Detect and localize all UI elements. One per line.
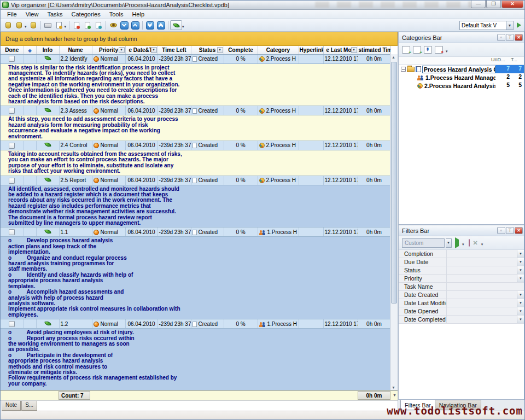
col-due-date[interactable]: e Date&Ti▼: [125, 46, 158, 54]
delete-task-button[interactable]: [93, 20, 104, 31]
minimize-button[interactable]: —: [471, 1, 486, 8]
move-up-button[interactable]: [130, 20, 141, 31]
filter-value[interactable]: [447, 258, 517, 266]
task-view-dropdown[interactable]: ▼: [506, 21, 514, 30]
add-subcategory-button[interactable]: +: [413, 46, 421, 54]
filter-preset-combo[interactable]: Custom: [402, 238, 445, 248]
tab-subtasks[interactable]: S...: [21, 401, 37, 411]
menu-tools[interactable]: Tools: [105, 10, 128, 18]
open-database-button[interactable]: [14, 20, 25, 31]
task-description[interactable]: This step is similar to the risk identif…: [1, 63, 390, 106]
task-row[interactable]: 2.5 Report Normal 06.04.2010 -239d 23h 3…: [1, 176, 390, 185]
move-down-button[interactable]: [119, 20, 130, 31]
apply-filter-button[interactable]: [455, 240, 459, 246]
col-complete[interactable]: Complete: [224, 46, 258, 54]
col-last-modified[interactable]: e Last Mod▼: [323, 46, 358, 54]
done-checkbox[interactable]: [9, 321, 15, 327]
edit-task-button[interactable]: [82, 20, 93, 31]
categories-overflow-dropdown[interactable]: ▾: [446, 49, 448, 54]
col-flag[interactable]: ◆: [24, 46, 36, 54]
close-button[interactable]: ✕: [501, 1, 523, 8]
new-database-button[interactable]: [3, 20, 14, 31]
maximize-button[interactable]: ❐: [486, 1, 501, 8]
scroll-down-arrow[interactable]: ▼: [393, 393, 396, 397]
filter-value[interactable]: [447, 275, 517, 282]
edit-category-button[interactable]: ✎: [424, 46, 432, 54]
filter-value[interactable]: [447, 283, 524, 290]
task-view-value[interactable]: Default Task V: [459, 21, 506, 30]
menu-view[interactable]: View: [21, 10, 43, 18]
task-row[interactable]: 1.1 Normal 06.04.2010 -239d 23h 37m Crea…: [1, 228, 390, 237]
task-description[interactable]: Taking into account results obtained fro…: [1, 150, 390, 176]
done-checkbox[interactable]: [9, 143, 15, 149]
panel-close-button[interactable]: ✕: [515, 34, 523, 41]
category-tree-item[interactable]: Process Hazard Analysis Chec 7 7: [399, 65, 524, 73]
filter-value[interactable]: [447, 299, 517, 307]
task-description[interactable]: At this step, you need to add assessment…: [1, 115, 390, 141]
panel-pin-button[interactable]: ⊤: [506, 227, 514, 234]
filter-value[interactable]: [447, 316, 517, 323]
task-row[interactable]: 2.3 Assess Normal 06.04.2010 -239d 23h 3…: [1, 106, 390, 115]
panel-pin-button[interactable]: ⊤: [506, 34, 514, 41]
total-column-header[interactable]: T...: [511, 57, 524, 65]
task-row[interactable]: 1.2 Normal 06.04.2010 -239d 23h 37m Crea…: [1, 319, 390, 329]
category-tree-item[interactable]: 1.Process Hazard Managemen 2 2: [399, 73, 524, 81]
print-preview-button[interactable]: [54, 20, 65, 31]
menu-tasks[interactable]: Tasks: [43, 10, 67, 18]
col-time-left[interactable]: Time Left: [158, 46, 191, 54]
filter-dropdown-button[interactable]: ▼: [517, 266, 524, 274]
filter-dropdown-button[interactable]: ▼: [517, 307, 524, 315]
filter-value[interactable]: [447, 307, 517, 315]
priority-filter-button[interactable]: ▼: [119, 47, 125, 53]
scrollbar-thumb[interactable]: [391, 62, 397, 304]
delete-category-button[interactable]: x: [435, 46, 443, 54]
filter-dropdown-button[interactable]: ▼: [517, 291, 524, 299]
scroll-down-arrow[interactable]: ▼: [392, 386, 395, 389]
col-name[interactable]: Name: [59, 46, 92, 54]
menu-categories[interactable]: Categories: [67, 10, 105, 18]
modified-filter-button[interactable]: ▼: [351, 47, 357, 53]
tab-note[interactable]: Note: [2, 401, 21, 411]
task-row[interactable]: 2.2 Identify Normal 06.04.2010 -239d 23h…: [1, 54, 390, 63]
filter-preset-dropdown[interactable]: ▼: [446, 238, 452, 248]
undone-column-header[interactable]: UnD...: [491, 57, 511, 65]
filter-value[interactable]: [447, 291, 517, 299]
filter-dropdown-button[interactable]: ▼: [517, 250, 524, 258]
menu-help[interactable]: Help: [127, 10, 149, 18]
col-status[interactable]: Status▼: [191, 46, 224, 54]
col-done[interactable]: Done: [1, 46, 24, 54]
add-category-button[interactable]: +: [402, 46, 410, 54]
panel-restore-button[interactable]: ▫: [497, 227, 505, 234]
due-date-filter-button[interactable]: ▼: [151, 47, 157, 53]
expand-all-button[interactable]: [144, 20, 155, 31]
panel-close-button[interactable]: ✕: [515, 227, 523, 234]
vertical-scrollbar[interactable]: ▲ ▼: [390, 54, 398, 390]
filter-dropdown-button[interactable]: ▼: [517, 299, 524, 307]
col-estimated[interactable]: stimated Tim: [358, 46, 390, 54]
toolbar-overflow-dropdown[interactable]: ▾: [182, 25, 184, 29]
category-label-selected[interactable]: Process Hazard Analysis Chec: [422, 66, 495, 73]
task-row[interactable]: 2.4 Control Normal 06.04.2010 -239d 23h …: [1, 141, 390, 150]
group-by-bar[interactable]: Drag a column header here to group by th…: [1, 32, 398, 46]
print-overflow-dropdown[interactable]: ▾: [65, 25, 67, 29]
view-notes-button[interactable]: [108, 20, 119, 31]
done-checkbox[interactable]: [9, 178, 15, 184]
task-description[interactable]: All identified, assessed, controlled and…: [1, 185, 390, 228]
col-info[interactable]: Info: [36, 46, 59, 54]
clear-filter-button[interactable]: [469, 240, 470, 246]
scroll-up-arrow[interactable]: ▲: [392, 55, 395, 59]
task-view-combo[interactable]: Default Task V ▼: [459, 21, 521, 30]
done-checkbox[interactable]: [9, 229, 15, 235]
menu-file[interactable]: File: [3, 10, 21, 18]
apply-filter-dropdown[interactable]: ▾: [462, 242, 464, 247]
panel-restore-button[interactable]: ▫: [497, 34, 505, 41]
done-checkbox[interactable]: [9, 56, 15, 62]
col-priority[interactable]: Priority▼: [92, 46, 125, 54]
filter-dropdown-button[interactable]: ▼: [517, 275, 524, 282]
save-database-button[interactable]: [28, 20, 39, 31]
filter-value[interactable]: [447, 250, 517, 258]
collapse-all-button[interactable]: [155, 20, 166, 31]
open-database-dropdown[interactable]: ▾: [25, 25, 27, 29]
col-category[interactable]: Category: [258, 46, 299, 54]
remove-filter-button[interactable]: ✕: [473, 240, 478, 247]
